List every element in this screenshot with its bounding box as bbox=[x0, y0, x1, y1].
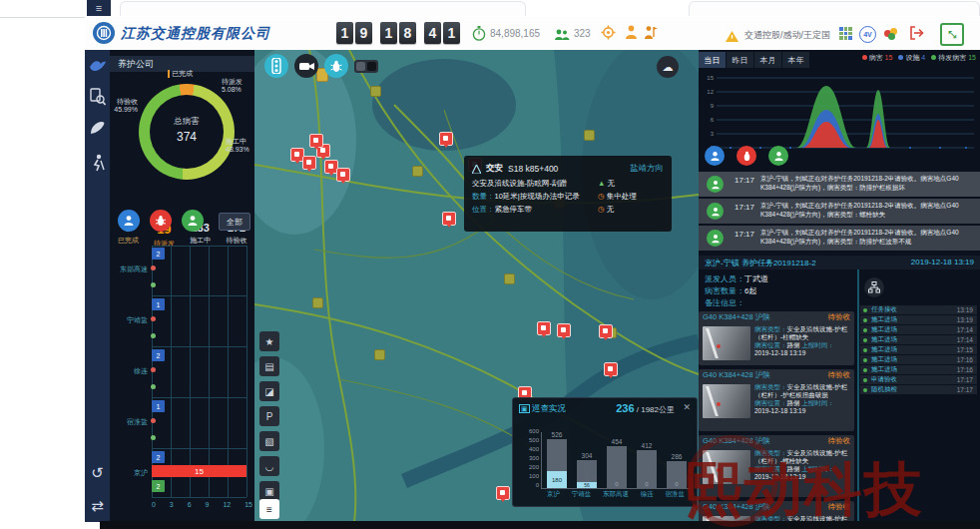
clock-digit: 8 bbox=[399, 22, 416, 44]
legend-facility: 设施 4 bbox=[898, 53, 925, 63]
disease-photo[interactable] bbox=[703, 326, 750, 360]
traffic-light-button[interactable] bbox=[264, 54, 288, 78]
logo-glyph bbox=[96, 25, 112, 41]
filter-green-worker-button[interactable] bbox=[182, 210, 204, 232]
hamburger-menu-button[interactable]: ≡ bbox=[87, 0, 111, 16]
service-tool-button[interactable]: ◡ bbox=[259, 456, 279, 476]
layer-toggle[interactable] bbox=[354, 60, 378, 73]
nav-hand-icon[interactable] bbox=[85, 120, 110, 140]
card-status-badge: 待验收 bbox=[828, 311, 851, 323]
callout-label: 待验收 bbox=[112, 98, 138, 106]
popup-bar[interactable]: 454 0 bbox=[607, 446, 627, 488]
filter-blue-worker-button[interactable] bbox=[118, 210, 140, 232]
nav-bird-icon[interactable] bbox=[85, 58, 110, 78]
worker-flag-icon[interactable] bbox=[644, 25, 658, 44]
weather-button[interactable]: ☁ bbox=[657, 56, 679, 78]
tooltip-stake: S18 k85+400 bbox=[508, 164, 558, 174]
gear-icon[interactable] bbox=[601, 25, 616, 44]
popup-bar[interactable]: 304 56 bbox=[577, 460, 597, 488]
event-pin[interactable] bbox=[496, 486, 510, 500]
timeline-row[interactable]: 施工进场13:19 bbox=[860, 315, 977, 324]
tab-today[interactable]: 当日 bbox=[699, 52, 727, 68]
timeline-row[interactable]: 施工进场17:16 bbox=[860, 365, 977, 374]
fullscreen-toggle-icon[interactable]: ⤡ bbox=[940, 23, 964, 46]
app-header: 江苏交通控股有限公司 1 9 1 8 4 1 84,898,165 323 交通… bbox=[85, 17, 980, 52]
event-pin[interactable] bbox=[302, 156, 316, 170]
red-value-bar[interactable]: 15 bbox=[152, 465, 246, 477]
logout-icon[interactable] bbox=[909, 26, 924, 44]
popup-bar[interactable]: 286 0 bbox=[667, 461, 687, 488]
event-pin[interactable] bbox=[442, 212, 456, 226]
event-pin[interactable] bbox=[599, 324, 613, 338]
tab-yesterday[interactable]: 昨日 bbox=[727, 52, 754, 68]
event-row[interactable]: 17:17 京沪-宁镇，刘斌正在对养护任务20191218-2申请验收。病害地点… bbox=[699, 226, 980, 251]
disease-photo[interactable] bbox=[703, 384, 750, 418]
apps-grid-icon[interactable] bbox=[839, 27, 852, 40]
card-location: G40 K384+428 沪陕 bbox=[703, 369, 770, 381]
tab-month[interactable]: 本月 bbox=[754, 52, 782, 68]
camera-button[interactable] bbox=[294, 54, 318, 78]
worker-event-icon bbox=[707, 176, 724, 193]
popup-bar[interactable]: 412 0 bbox=[637, 450, 657, 488]
stats-tool-button[interactable]: ▧ bbox=[259, 431, 279, 451]
event-filter-blue-button[interactable] bbox=[705, 146, 725, 166]
filter-red-disease-button[interactable] bbox=[150, 210, 172, 232]
disease-bug-button[interactable] bbox=[324, 54, 348, 78]
palette-dots-icon[interactable] bbox=[884, 28, 900, 40]
blue-count-badge[interactable]: 1 bbox=[152, 298, 165, 310]
timeline-row[interactable]: 施工进场17:16 bbox=[860, 355, 977, 364]
event-pin[interactable] bbox=[537, 321, 551, 335]
all-filter-button[interactable]: 全部 bbox=[219, 213, 250, 231]
timeline-row[interactable]: 施工进场17:15 bbox=[860, 345, 977, 354]
svg-text:15: 15 bbox=[707, 75, 714, 81]
nav-cleaner-icon[interactable] bbox=[85, 154, 110, 176]
road-shield bbox=[412, 166, 423, 177]
event-pin[interactable] bbox=[439, 132, 453, 146]
undo-icon[interactable]: ↺ bbox=[85, 464, 110, 482]
map-menu-button[interactable]: ≡ bbox=[259, 499, 279, 519]
timeline-row[interactable]: 申请验收17:17 bbox=[860, 375, 977, 384]
event-filter-green-button[interactable] bbox=[768, 146, 788, 166]
disease-card[interactable]: G40 K384+428 沪陕待验收 病害类型：安全及沿线设施-护栏（栏杆）-护… bbox=[699, 369, 854, 431]
gis-map[interactable]: ☁ ★ ▤ ◪ P ▧ ◡ ▣ ≡ 交安 S18 k85+400 盐靖方向 交安… bbox=[254, 50, 699, 522]
parking-tool-button[interactable]: P bbox=[259, 406, 279, 426]
timeline-row[interactable]: 任务接收13:19 bbox=[860, 305, 977, 314]
user-breadcrumb[interactable]: 交通控股/感动/王定国 bbox=[744, 29, 830, 42]
buildings-tool-button[interactable]: ▤ bbox=[259, 356, 279, 376]
event-pin[interactable] bbox=[336, 168, 350, 182]
disease-card[interactable]: G40 K384+428 沪陕待验收 病害类型：安全及沿线设施-护栏（栏杆）-柱… bbox=[699, 311, 854, 365]
popup-bar[interactable]: 526 180 bbox=[547, 439, 567, 488]
legend-pending: 待发病害 15 bbox=[931, 53, 976, 63]
event-pin[interactable] bbox=[557, 323, 571, 337]
favorites-tool-button[interactable]: ★ bbox=[259, 331, 279, 351]
card-fields: 病害类型：安全及沿线设施-护栏（栏杆）-护栏板扭曲破损 病害位置：路侧 上报时间… bbox=[754, 383, 850, 415]
blue-count-badge[interactable]: 2 bbox=[152, 349, 165, 361]
tab-year[interactable]: 本年 bbox=[782, 52, 810, 68]
green-count-badge[interactable]: 2 bbox=[152, 480, 165, 492]
blue-count-badge[interactable]: 2 bbox=[152, 248, 165, 260]
blue-count-badge[interactable]: 1 bbox=[152, 400, 165, 412]
nav-inspect-icon[interactable] bbox=[85, 88, 110, 110]
blue-count-badge[interactable]: 2 bbox=[152, 451, 165, 463]
task-title[interactable]: 京沪-宁镇 养护任务20191218-2 bbox=[705, 258, 816, 268]
clock-digit: 1 bbox=[336, 22, 353, 44]
imagery-tool-button[interactable]: ▣ bbox=[259, 481, 279, 501]
4v-badge-icon[interactable]: 4V bbox=[859, 26, 876, 43]
event-row[interactable]: 17:17 京沪-宁镇，刘斌正在对养护任务20191218-2申请验收。病害地点… bbox=[699, 199, 980, 224]
person-icon[interactable] bbox=[625, 25, 638, 44]
red-dot bbox=[151, 316, 156, 321]
group-label: 宿淮盐 bbox=[110, 417, 148, 427]
svg-text:9: 9 bbox=[711, 103, 715, 109]
worker-event-icon bbox=[707, 230, 724, 247]
timeline-row[interactable]: 施工进场17:14 bbox=[860, 335, 977, 344]
timeline-row[interactable]: 施工进场17:14 bbox=[860, 325, 977, 334]
donut-center: 总病害 374 bbox=[139, 116, 235, 144]
event-filter-red-button[interactable] bbox=[736, 146, 756, 166]
facility-tool-button[interactable]: ◪ bbox=[259, 381, 279, 401]
popup-close-icon[interactable]: ✕ bbox=[683, 402, 691, 412]
event-row[interactable]: 17:17 京沪-宁镇，刘斌正在对养护任务20191218-2申请验收。病害地点… bbox=[699, 172, 980, 197]
timeline-row[interactable]: 随机抽检17:17 bbox=[860, 385, 977, 394]
event-pin[interactable] bbox=[604, 362, 618, 376]
event-pin[interactable] bbox=[309, 134, 323, 148]
swap-icon[interactable]: ⇄ bbox=[85, 497, 110, 515]
